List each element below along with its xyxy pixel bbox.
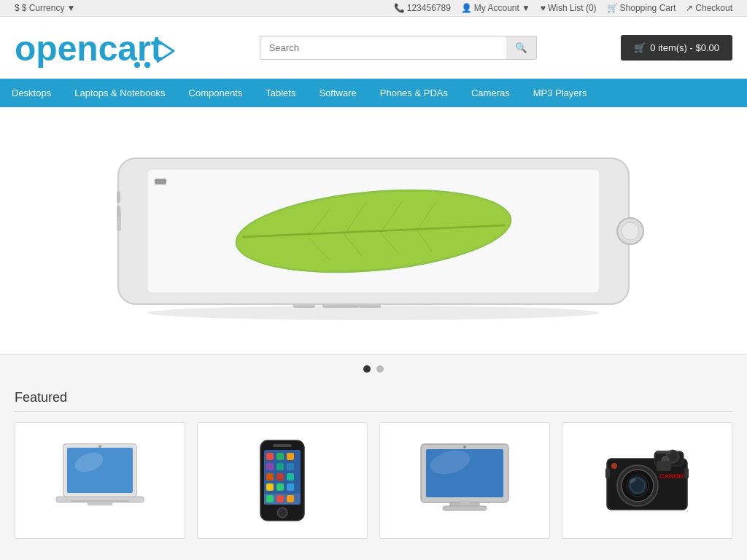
svg-rect-40: [266, 463, 274, 470]
currency-button[interactable]: $ $ Currency ▼: [15, 3, 75, 13]
svg-rect-46: [266, 483, 274, 491]
svg-point-55: [279, 509, 286, 516]
laptop-image: [15, 426, 185, 535]
logo[interactable]: opencart: [15, 26, 175, 69]
monitor-image: [380, 426, 549, 535]
svg-rect-79: [605, 468, 610, 478]
header: opencart 🔍 🛒 0 item(s) - $0.00: [0, 17, 747, 79]
svg-rect-32: [88, 502, 112, 505]
carousel-dot-1[interactable]: [363, 365, 371, 373]
currency-label: $ Currency: [22, 3, 65, 13]
checkout-link[interactable]: ↗ Checkout: [686, 3, 732, 13]
logo-svg: opencart: [15, 26, 175, 69]
svg-rect-9: [117, 206, 120, 217]
phone-number: 123456789: [407, 3, 451, 13]
cart-button[interactable]: 🛒 0 item(s) - $0.00: [621, 35, 732, 61]
nav-item-desktops[interactable]: Desktops: [0, 79, 63, 107]
checkout-icon: ↗: [686, 3, 693, 13]
svg-rect-24: [155, 179, 166, 184]
svg-text:opencart: opencart: [15, 29, 163, 68]
svg-point-7: [622, 222, 639, 240]
svg-text:CANON: CANON: [659, 472, 684, 480]
account-link[interactable]: 👤 My Account ▼: [461, 3, 530, 13]
product-card-iphone[interactable]: [197, 422, 368, 539]
chevron-down-icon: ▼: [66, 3, 75, 13]
cart-icon: 🛒: [607, 3, 618, 13]
svg-rect-80: [684, 468, 689, 478]
laptop-svg: [53, 440, 147, 521]
shopping-cart-label: Shopping Cart: [620, 3, 676, 13]
nav-item-phones[interactable]: Phones & PDAs: [368, 79, 460, 107]
svg-point-1: [134, 62, 140, 68]
nav-item-components[interactable]: Components: [177, 79, 255, 107]
svg-rect-60: [460, 500, 470, 506]
shopping-cart-link[interactable]: 🛒 Shopping Cart: [607, 3, 676, 13]
nav-item-tablets[interactable]: Tablets: [254, 79, 307, 107]
svg-rect-75: [657, 451, 671, 454]
hero-banner: [0, 107, 747, 355]
svg-rect-38: [276, 453, 284, 460]
hero-image: [74, 129, 673, 333]
svg-rect-53: [273, 444, 292, 447]
nav-item-laptops[interactable]: Laptops & Notebooks: [63, 79, 177, 107]
cart-button-label: 0 item(s) - $0.00: [650, 42, 719, 53]
svg-point-2: [144, 62, 150, 68]
svg-rect-8: [117, 191, 120, 203]
svg-rect-44: [276, 473, 284, 481]
wishlist-link[interactable]: ♥ Wish List (0): [541, 3, 597, 13]
cart-button-icon: 🛒: [634, 42, 646, 53]
product-card-camera[interactable]: CANON: [562, 422, 732, 539]
svg-rect-45: [287, 473, 294, 481]
svg-rect-48: [287, 483, 294, 491]
carousel-dots: [0, 355, 747, 383]
svg-rect-39: [287, 453, 294, 460]
svg-rect-43: [266, 473, 274, 481]
svg-rect-51: [276, 495, 284, 502]
nav-item-mp3[interactable]: MP3 Players: [522, 79, 599, 107]
svg-rect-52: [287, 495, 294, 502]
monitor-svg: [417, 440, 512, 521]
wishlist-label: Wish List (0): [548, 3, 597, 13]
search-icon: 🔍: [515, 42, 527, 53]
svg-rect-61: [443, 506, 487, 510]
svg-rect-37: [266, 453, 274, 460]
svg-point-62: [463, 446, 466, 448]
phone-icon: 📞: [394, 3, 405, 13]
product-grid: CANON: [15, 422, 732, 539]
nav-item-software[interactable]: Software: [307, 79, 368, 107]
svg-rect-78: [657, 461, 671, 471]
iphone-svg: [257, 437, 308, 524]
user-icon: 👤: [461, 3, 472, 13]
svg-rect-41: [276, 463, 284, 470]
nav-item-cameras[interactable]: Cameras: [460, 79, 522, 107]
svg-point-25: [147, 306, 600, 320]
svg-rect-50: [266, 495, 274, 502]
search-button[interactable]: 🔍: [506, 36, 537, 60]
account-label: My Account: [474, 3, 519, 13]
dollar-icon: $: [15, 3, 20, 13]
checkout-label: Checkout: [695, 3, 732, 13]
svg-rect-42: [287, 463, 294, 470]
featured-title: Featured: [15, 390, 732, 412]
navigation: Desktops Laptops & Notebooks Components …: [0, 79, 747, 107]
product-card-laptop[interactable]: [15, 422, 185, 539]
camera-image: CANON: [562, 426, 732, 535]
phone-link[interactable]: 📞 123456789: [394, 3, 451, 13]
featured-section: Featured: [0, 383, 747, 553]
search-input[interactable]: [260, 36, 506, 60]
phone-image: [198, 426, 367, 535]
top-bar: $ $ Currency ▼ 📞 123456789 👤 My Account …: [0, 0, 747, 17]
carousel-dot-2[interactable]: [376, 365, 384, 373]
heart-icon: ♥: [541, 3, 546, 13]
product-card-monitor[interactable]: [379, 422, 550, 539]
svg-rect-47: [276, 483, 284, 491]
svg-rect-31: [71, 500, 129, 502]
top-bar-right: 📞 123456789 👤 My Account ▼ ♥ Wish List (…: [394, 3, 732, 13]
svg-point-77: [611, 463, 617, 469]
top-bar-left: $ $ Currency ▼: [15, 3, 75, 13]
account-chevron-icon: ▼: [522, 3, 530, 13]
svg-point-29: [98, 445, 101, 448]
camera-svg: CANON: [600, 440, 694, 521]
search-area: 🔍: [260, 36, 537, 60]
